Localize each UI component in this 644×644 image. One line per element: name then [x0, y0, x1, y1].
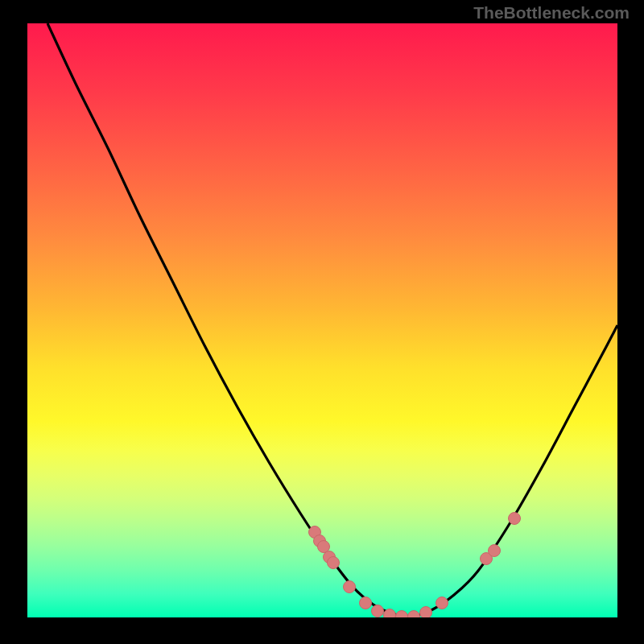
data-point	[344, 581, 356, 593]
scatter-points	[309, 513, 521, 618]
data-point	[328, 557, 340, 569]
data-point	[436, 597, 448, 609]
data-point	[420, 607, 432, 618]
chart-plot-area	[27, 23, 617, 617]
curve-path	[47, 23, 617, 616]
chart-svg	[27, 23, 617, 617]
watermark-text: TheBottleneck.com	[473, 3, 630, 23]
data-point	[372, 605, 384, 617]
data-point	[384, 609, 396, 618]
data-point	[489, 545, 501, 557]
data-point	[360, 597, 372, 609]
data-point	[509, 513, 521, 525]
data-point	[408, 611, 420, 618]
data-point	[396, 611, 408, 618]
